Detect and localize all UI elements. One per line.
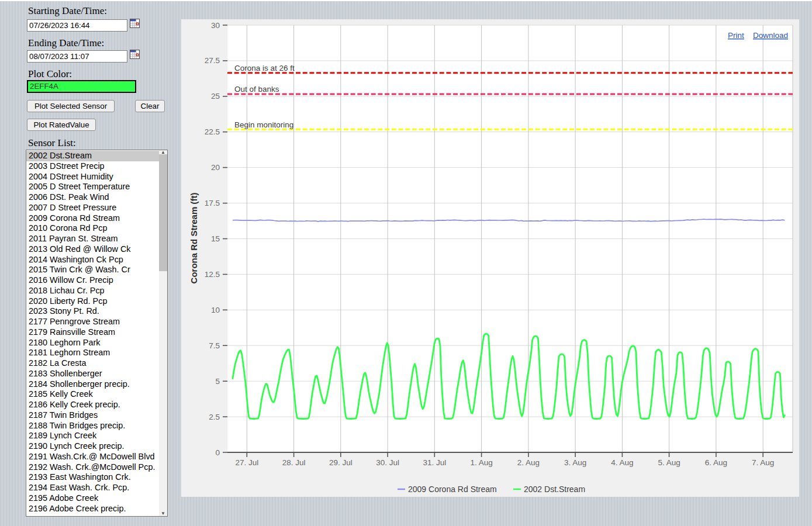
svg-text:28. Jul: 28. Jul (282, 458, 306, 467)
svg-text:Out of banks: Out of banks (234, 85, 279, 94)
svg-text:25: 25 (211, 92, 220, 101)
svg-text:0: 0 (215, 448, 220, 457)
svg-text:Corona Rd Stream (ft): Corona Rd Stream (ft) (189, 193, 199, 284)
svg-text:27.5: 27.5 (205, 56, 220, 65)
svg-text:30: 30 (211, 21, 220, 30)
svg-text:Print: Print (728, 31, 744, 40)
svg-text:29. Jul: 29. Jul (329, 458, 353, 467)
svg-text:20: 20 (211, 163, 220, 172)
svg-text:17.5: 17.5 (205, 199, 220, 207)
svg-text:Corona is at 26 ft: Corona is at 26 ft (234, 64, 295, 72)
svg-text:5: 5 (215, 377, 220, 386)
svg-text:6. Aug: 6. Aug (705, 458, 727, 467)
svg-text:30. Jul: 30. Jul (376, 458, 399, 467)
svg-text:4. Aug: 4. Aug (611, 458, 633, 467)
svg-text:15: 15 (211, 234, 220, 243)
svg-text:7. Aug: 7. Aug (752, 458, 774, 467)
svg-text:2. Aug: 2. Aug (517, 458, 540, 467)
svg-text:12.5: 12.5 (205, 270, 220, 279)
svg-text:Begin monitoring: Begin monitoring (234, 120, 293, 129)
svg-text:2.5: 2.5 (209, 413, 220, 421)
svg-text:2002 Dst.Stream: 2002 Dst.Stream (524, 485, 585, 494)
svg-text:22.5: 22.5 (205, 127, 220, 136)
svg-text:5. Aug: 5. Aug (658, 458, 680, 467)
svg-text:2009 Corona Rd Stream: 2009 Corona Rd Stream (408, 485, 497, 494)
svg-text:7.5: 7.5 (209, 341, 220, 350)
svg-text:Download: Download (753, 31, 788, 40)
svg-text:27. Jul: 27. Jul (235, 458, 258, 467)
svg-text:31. Jul: 31. Jul (423, 458, 446, 467)
svg-text:1. Aug: 1. Aug (470, 458, 492, 467)
svg-text:3. Aug: 3. Aug (564, 458, 586, 467)
svg-text:10: 10 (211, 306, 220, 314)
